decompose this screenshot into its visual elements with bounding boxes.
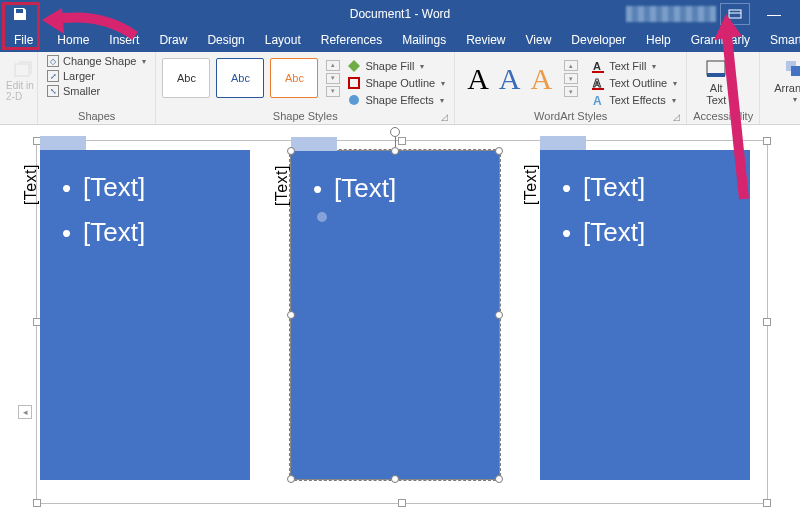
shape-title-placeholder[interactable]: [Text] — [522, 164, 540, 205]
tab-grammarly[interactable]: Grammarly — [681, 28, 760, 52]
tab-insert[interactable]: Insert — [99, 28, 149, 52]
shape-fill-button[interactable]: Shape Fill▾ — [344, 58, 448, 74]
text-cursor-indicator — [317, 212, 327, 222]
bullet-placeholder[interactable]: [Text] — [313, 173, 485, 204]
selection-handle[interactable] — [398, 137, 406, 145]
tab-draw[interactable]: Draw — [149, 28, 197, 52]
edit-in-2d-button: Edit in 2-D — [6, 54, 40, 102]
svg-text:A: A — [593, 94, 602, 107]
selection-handle[interactable] — [763, 137, 771, 145]
account-name-redacted — [626, 6, 716, 22]
selection-handle[interactable] — [287, 311, 295, 319]
bullet-placeholder[interactable]: [Text] — [562, 217, 736, 248]
selection-handle[interactable] — [287, 475, 295, 483]
svg-text:A: A — [593, 77, 601, 89]
tab-mailings[interactable]: Mailings — [392, 28, 456, 52]
selection-handle[interactable] — [495, 311, 503, 319]
shape-effects-button[interactable]: Shape Effects▾ — [344, 92, 448, 108]
arrange-button[interactable]: Arrange ▾ — [766, 54, 800, 105]
chevron-down-icon: ▾ — [441, 79, 445, 88]
shape-style-3[interactable]: Abc — [270, 58, 318, 98]
shape-title-placeholder[interactable]: [Text] — [22, 164, 40, 205]
chevron-down-icon: ▾ — [673, 79, 677, 88]
svg-rect-10 — [707, 73, 725, 77]
save-icon — [12, 6, 28, 22]
bullet-placeholder[interactable]: [Text] — [62, 217, 236, 248]
smartart-shape-3[interactable]: [Text] [Text] [Text] — [540, 150, 750, 480]
edit-in-2d-label: Edit in 2-D — [6, 80, 40, 102]
selection-handle[interactable] — [495, 475, 503, 483]
selection-handle[interactable] — [763, 499, 771, 507]
selection-handle[interactable] — [391, 147, 399, 155]
tab-layout[interactable]: Layout — [255, 28, 311, 52]
wordart-gallery-more[interactable]: ▴▾▾ — [564, 60, 578, 97]
dialog-launcher-icon[interactable]: ◿ — [673, 112, 680, 122]
selection-handle[interactable] — [33, 499, 41, 507]
svg-rect-12 — [791, 66, 800, 76]
svg-rect-5 — [592, 71, 604, 73]
rotation-handle[interactable] — [390, 127, 400, 137]
selection-handle[interactable] — [287, 147, 295, 155]
group-label-accessibility: Accessibility — [693, 109, 753, 124]
group-label-shapes: Shapes — [44, 109, 149, 124]
shape-title-placeholder[interactable]: [Text] — [273, 165, 291, 206]
shape-style-2[interactable]: Abc — [216, 58, 264, 98]
tab-help[interactable]: Help — [636, 28, 681, 52]
arrange-icon — [783, 58, 800, 80]
wordart-style-1[interactable]: A — [467, 62, 489, 96]
svg-rect-2 — [349, 78, 359, 88]
svg-rect-1 — [15, 64, 29, 76]
bullet-placeholder[interactable]: [Text] — [62, 172, 236, 203]
smartart-shape-2-selected[interactable]: [Text] [Text] — [290, 150, 500, 480]
gallery-more-button[interactable]: ▴▾▾ — [326, 60, 340, 97]
alt-text-icon — [705, 58, 727, 80]
larger-icon: ⤢ — [47, 70, 59, 82]
tab-references[interactable]: References — [311, 28, 392, 52]
tab-review[interactable]: Review — [456, 28, 515, 52]
text-effects-button[interactable]: AText Effects▾ — [588, 92, 680, 108]
save-button[interactable] — [0, 0, 40, 28]
smaller-icon: ⤡ — [47, 85, 59, 97]
alt-text-button[interactable]: Alt Text — [693, 54, 739, 106]
selection-handle[interactable] — [763, 318, 771, 326]
chevron-down-icon: ▾ — [793, 96, 797, 105]
svg-rect-7 — [592, 88, 604, 90]
smartart-shape-1[interactable]: [Text] [Text] [Text] — [40, 150, 250, 480]
ribbon-display-options[interactable] — [720, 3, 750, 25]
change-shape-icon: ◇ — [47, 55, 59, 67]
svg-rect-0 — [729, 10, 741, 18]
tab-file[interactable]: File — [0, 28, 47, 52]
svg-text:A: A — [593, 60, 601, 72]
shape-outline-button[interactable]: Shape Outline▾ — [344, 75, 448, 91]
larger-button[interactable]: ⤢Larger — [44, 69, 149, 83]
wordart-gallery[interactable]: A A A ▴▾▾ — [461, 54, 584, 97]
wordart-style-2[interactable]: A — [499, 62, 521, 96]
text-outline-button[interactable]: AText Outline▾ — [588, 75, 680, 91]
shape-style-gallery[interactable]: Abc Abc Abc ▴▾▾ — [162, 54, 340, 98]
dialog-launcher-icon[interactable]: ◿ — [441, 112, 448, 122]
chevron-down-icon: ▾ — [142, 57, 146, 66]
shape-style-1[interactable]: Abc — [162, 58, 210, 98]
minimize-button[interactable]: — — [754, 0, 794, 28]
chevron-down-icon: ▾ — [420, 62, 424, 71]
document-canvas[interactable]: ◂ [Text] [Text] [Text] [Text] — [0, 125, 800, 531]
svg-point-3 — [349, 95, 359, 105]
selection-handle[interactable] — [391, 475, 399, 483]
title-bar: Document1 - Word — — [0, 0, 800, 28]
shape-tab — [291, 137, 337, 151]
smaller-button[interactable]: ⤡Smaller — [44, 84, 149, 98]
bullet-placeholder[interactable]: [Text] — [562, 172, 736, 203]
smartart-graphic[interactable]: [Text] [Text] [Text] [Text] [Text] — [20, 130, 760, 510]
tab-developer[interactable]: Developer — [561, 28, 636, 52]
selection-handle[interactable] — [495, 147, 503, 155]
tab-design[interactable]: Design — [197, 28, 254, 52]
text-fill-button[interactable]: AText Fill▾ — [588, 58, 680, 74]
change-shape-button[interactable]: ◇Change Shape▾ — [44, 54, 149, 68]
selection-handle[interactable] — [398, 499, 406, 507]
tab-home[interactable]: Home — [47, 28, 99, 52]
document-title: Document1 - Word — [350, 7, 450, 21]
wordart-style-3[interactable]: A — [530, 62, 552, 96]
tab-view[interactable]: View — [516, 28, 562, 52]
chevron-down-icon: ▾ — [672, 96, 676, 105]
tab-smartart-design[interactable]: SmartArt Design — [760, 28, 800, 52]
